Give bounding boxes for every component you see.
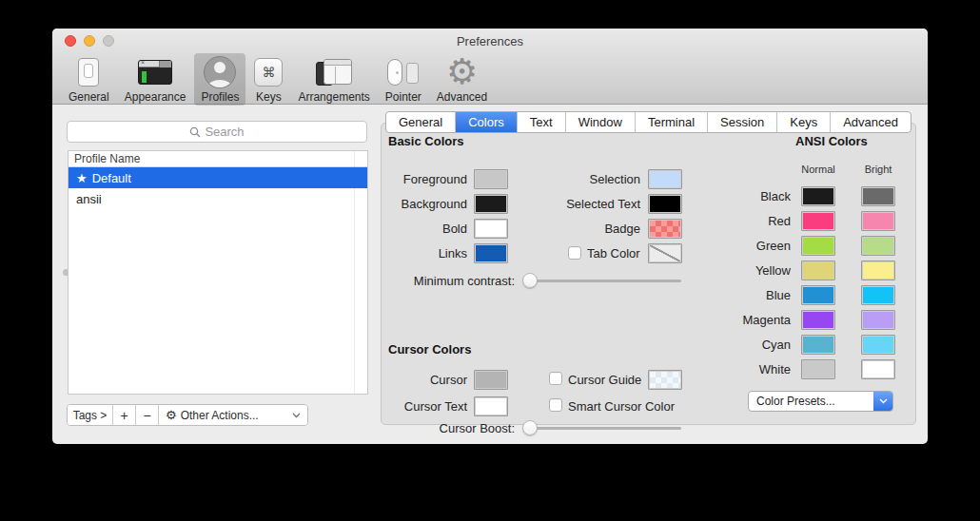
toolbar-label: Keys — [256, 90, 282, 104]
cursor-boost-slider[interactable] — [524, 427, 681, 430]
profile-name: Default — [92, 171, 131, 185]
preferences-toolbar: General × Appearance Profiles — [62, 53, 496, 106]
ansi-white-label: White — [696, 362, 791, 376]
toolbar-label: Arrangements — [298, 90, 369, 104]
dropdown-cap — [873, 392, 892, 411]
ansi-magenta-normal-well[interactable] — [801, 310, 835, 330]
search-placeholder: Search — [205, 125, 244, 139]
ansi-bright-header: Bright — [861, 164, 895, 175]
toolbar-item-general[interactable]: General — [62, 53, 116, 106]
smart-cursor-color-label: Smart Cursor Color — [568, 399, 675, 414]
chevron-down-icon — [292, 413, 301, 418]
toolbar-label: Advanced — [437, 90, 487, 104]
ansi-blue-normal-well[interactable] — [801, 285, 835, 305]
pointer-icon — [386, 56, 420, 88]
tags-button[interactable]: Tags > — [68, 405, 113, 425]
tab-text[interactable]: Text — [517, 112, 565, 132]
tab-colors[interactable]: Colors — [455, 112, 517, 132]
smart-cursor-color-checkbox[interactable] — [549, 398, 562, 412]
foreground-label: Foreground — [334, 172, 467, 186]
cursor-guide-label: Cursor Guide — [568, 373, 641, 387]
tab-color-well[interactable] — [648, 243, 682, 263]
ansi-blue-label: Blue — [696, 288, 791, 302]
ansi-white-bright-well[interactable] — [861, 359, 895, 379]
profile-tabs: General Colors Text Window Terminal Sess… — [381, 111, 916, 133]
cursor-guide-color-well[interactable] — [648, 370, 682, 390]
profile-list: Profile Name ★ Default ansii — [68, 150, 368, 395]
other-actions-label: Other Actions... — [181, 409, 259, 422]
default-star-icon: ★ — [76, 171, 88, 185]
selection-label: Selection — [498, 172, 640, 186]
ansi-yellow-bright-well[interactable] — [861, 260, 895, 280]
profile-row-ansii[interactable]: ansii — [69, 188, 367, 209]
cursor-color-well[interactable] — [474, 370, 508, 390]
chevron-down-icon — [879, 398, 888, 404]
cursor-colors-heading: Cursor Colors — [388, 342, 471, 357]
slider-knob[interactable] — [522, 420, 538, 435]
ansi-cyan-label: Cyan — [696, 338, 791, 352]
basic-colors-heading: Basic Colors — [388, 134, 463, 148]
cursor-text-label: Cursor Text — [334, 399, 467, 414]
slider-knob[interactable] — [522, 273, 538, 288]
ansi-magenta-bright-well[interactable] — [861, 310, 895, 330]
ansi-red-label: Red — [696, 214, 791, 228]
profiles-icon — [204, 56, 236, 88]
tab-session[interactable]: Session — [707, 112, 776, 132]
toolbar-item-appearance[interactable]: × Appearance — [118, 53, 193, 106]
ansi-white-normal-well[interactable] — [801, 359, 835, 379]
add-profile-button[interactable]: + — [113, 405, 136, 425]
selected-text-color-well[interactable] — [648, 194, 682, 214]
ansi-colors-heading: ANSI Colors — [795, 134, 868, 148]
badge-label: Badge — [498, 222, 640, 236]
remove-profile-button[interactable]: − — [136, 405, 159, 425]
cursor-text-color-well[interactable] — [474, 396, 508, 416]
tab-color-checkbox[interactable] — [568, 246, 581, 260]
tab-keys[interactable]: Keys — [776, 112, 830, 132]
selection-color-well[interactable] — [648, 169, 682, 189]
toolbar-item-keys[interactable]: ⌘ Keys — [247, 53, 289, 106]
toolbar-item-advanced[interactable]: ⚙ Advanced — [430, 53, 494, 106]
profile-row-default[interactable]: ★ Default — [69, 167, 367, 188]
search-input[interactable]: Search — [67, 121, 367, 143]
color-presets-dropdown[interactable]: Color Presets... — [748, 391, 893, 412]
toolbar-item-pointer[interactable]: Pointer — [379, 53, 428, 106]
gear-icon: ⚙ — [166, 408, 177, 422]
titlebar[interactable]: Preferences — [52, 29, 928, 53]
ansi-black-normal-well[interactable] — [801, 186, 835, 206]
tab-color-label: Tab Color — [587, 246, 640, 260]
toolbar-item-arrangements[interactable]: Arrangements — [291, 53, 376, 106]
keys-icon: ⌘ — [254, 56, 283, 88]
badge-color-well[interactable] — [648, 219, 682, 239]
cursor-guide-checkbox[interactable] — [549, 372, 562, 385]
tab-terminal[interactable]: Terminal — [635, 112, 707, 132]
background-label: Background — [334, 197, 467, 211]
minimum-contrast-slider[interactable] — [524, 280, 681, 282]
profile-name: ansii — [76, 192, 102, 206]
tab-window[interactable]: Window — [565, 112, 635, 132]
ansi-cyan-normal-well[interactable] — [801, 335, 835, 355]
window-header: Preferences General × Appearance — [52, 29, 928, 105]
ansi-red-bright-well[interactable] — [861, 211, 895, 231]
ansi-black-bright-well[interactable] — [861, 186, 895, 206]
preferences-window: Preferences General × Appearance — [52, 29, 928, 444]
ansi-red-normal-well[interactable] — [801, 211, 835, 231]
ansi-blue-bright-well[interactable] — [861, 285, 895, 305]
ansi-magenta-label: Magenta — [696, 313, 791, 327]
general-icon — [78, 56, 99, 88]
ansi-cyan-bright-well[interactable] — [861, 335, 895, 355]
links-color-well[interactable] — [474, 243, 508, 263]
tab-general[interactable]: General — [386, 112, 455, 132]
toolbar-item-profiles[interactable]: Profiles — [194, 53, 245, 106]
profile-list-header: Profile Name — [69, 151, 367, 167]
toolbar-label: Profiles — [201, 90, 239, 104]
minimum-contrast-label: Minimum contrast: — [382, 274, 515, 288]
appearance-icon: × — [138, 56, 172, 88]
ansi-yellow-normal-well[interactable] — [801, 260, 835, 280]
ansi-green-normal-well[interactable] — [801, 236, 835, 256]
cursor-label: Cursor — [334, 373, 467, 387]
other-actions-dropdown[interactable]: ⚙ Other Actions... — [159, 405, 307, 425]
ansi-green-bright-well[interactable] — [861, 236, 895, 256]
tab-advanced[interactable]: Advanced — [830, 112, 911, 132]
window-title: Preferences — [52, 34, 928, 48]
ansi-normal-header: Normal — [801, 164, 835, 175]
